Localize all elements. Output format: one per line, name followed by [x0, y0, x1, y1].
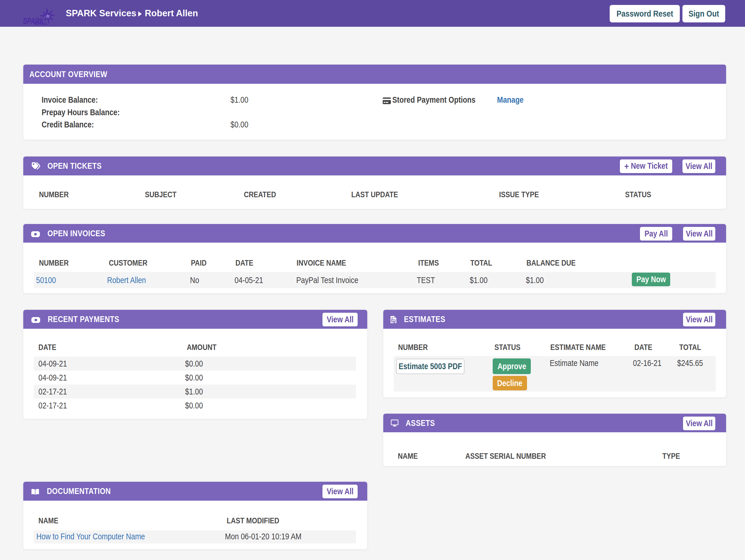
svg-text:SERVICES: SERVICES — [34, 22, 47, 26]
